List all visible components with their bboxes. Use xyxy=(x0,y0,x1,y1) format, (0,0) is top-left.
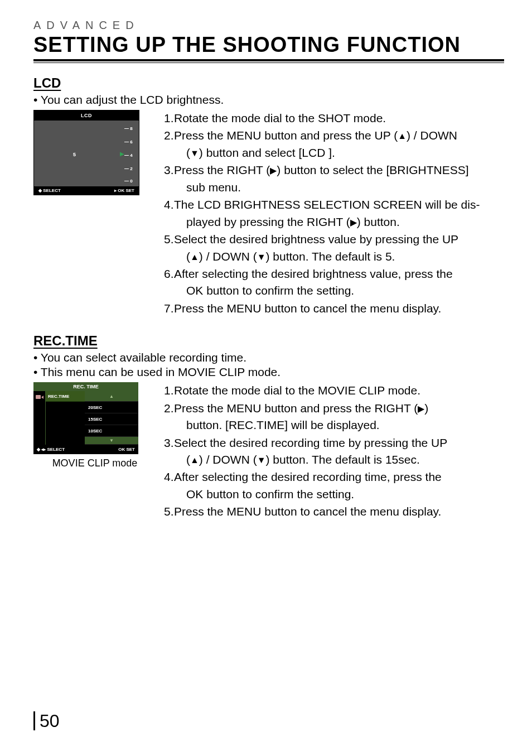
rec-s2a: Press the MENU button and press the RIGH… xyxy=(174,402,418,415)
rec-ss-blank xyxy=(33,402,46,413)
lcd-s4a: The LCD BRIGHTNESS SELECTION SCREEN will… xyxy=(174,198,480,211)
rec-ss-camera-icon xyxy=(33,391,46,402)
rec-s3b: ( xyxy=(186,453,190,466)
lcd-s5d: ) button. The default is 5. xyxy=(266,250,395,263)
rec-b1-text: You can select available recording time. xyxy=(41,351,246,364)
rec-s3a: Select the desired recording time by pre… xyxy=(174,436,447,449)
lcd-s4b: played by pressing the RIGHT ( xyxy=(186,215,350,228)
lcd-step-7: 7.Press the MENU button to cancel the me… xyxy=(164,300,504,317)
scale-8: 8 xyxy=(130,126,132,131)
rec-step-4: 4. After selecting the desired recording… xyxy=(164,469,504,503)
lcd-step-1: 1.Rotate the mode dial to the SHOT mode. xyxy=(164,110,504,127)
lcd-screenshot: LCD 5 ▶ 8 6 4 2 0 ◆ SELECT ▸ OK SET xyxy=(33,110,139,195)
lcd-s3a: Press the RIGHT ( xyxy=(174,163,270,176)
lcd-step1-text: Rotate the mode dial to the SHOT mode. xyxy=(174,110,504,127)
rec-b2-text: This menu can be used in MOVIE CLIP mode… xyxy=(41,365,280,378)
rec-s4b: OK button to confirm the setting. xyxy=(174,486,504,503)
lcd-s4c: ) button. xyxy=(357,215,400,228)
rec-ss-blank xyxy=(33,425,46,437)
lcd-step-5: 5. Select the desired brightness value b… xyxy=(164,231,504,265)
section-label: ADVANCED xyxy=(33,19,504,32)
lcd-s7: Press the MENU button to cancel the menu… xyxy=(174,300,504,317)
rec-ss-row3: 10SEC xyxy=(33,425,138,437)
scale-4: 4 xyxy=(130,153,132,158)
camera-icon xyxy=(36,394,43,399)
rec-steps: 1. Rotate the mode dial to the MOVIE CLI… xyxy=(164,382,504,521)
down-triangle-icon: ▼ xyxy=(257,251,266,263)
rec-ss-footer: ◆ ◂▸ SELECT OK SET xyxy=(33,445,138,454)
rec-step-2: 2. Press the MENU button and press the R… xyxy=(164,400,504,434)
up-triangle-icon: ▲ xyxy=(190,251,199,263)
rec-ss-row-arrow: ▼ xyxy=(33,437,138,445)
lcd-s2c: ( xyxy=(186,146,190,159)
lcd-foot-left: ◆ SELECT xyxy=(38,188,61,193)
rec-ss-blank xyxy=(46,425,85,437)
down-arrow-icon: ▼ xyxy=(85,437,138,445)
lcd-foot-left-txt: SELECT xyxy=(43,188,61,193)
lcd-s5a: Select the desired brightness value by p… xyxy=(174,233,458,245)
lcd-ss-value: 5 xyxy=(73,152,76,157)
lcd-ss-title: LCD xyxy=(34,110,139,121)
lcd-s3c: sub menu. xyxy=(174,179,504,196)
rec-foot-left: ◆ ◂▸ SELECT xyxy=(37,447,65,452)
rec-ss-blank xyxy=(33,437,46,445)
rec-caption: MOVIE CLIP mode xyxy=(33,458,156,469)
rec-step-3: 3. Select the desired recording time by … xyxy=(164,435,504,469)
rec-s2b: ) xyxy=(424,402,428,415)
rec-s1: Rotate the mode dial to the MOVIE CLIP m… xyxy=(174,384,420,397)
lcd-s3b: ) button to select the [BRIGHTNESS] xyxy=(277,163,468,176)
lcd-foot-right: ▸ OK SET xyxy=(114,188,134,193)
rec-ss-row1: 20SEC xyxy=(33,402,138,413)
title-rule-thick xyxy=(33,59,504,61)
rec-ss-opt2: 15SEC xyxy=(85,413,138,425)
rec-foot-left-txt: SELECT xyxy=(47,447,65,452)
scale-0: 0 xyxy=(130,179,132,184)
lcd-ss-footer: ◆ SELECT ▸ OK SET xyxy=(34,186,139,195)
rec-ss-row2: 15SEC xyxy=(33,413,138,425)
rec-ss-title: REC. TIME xyxy=(33,382,138,391)
rec-ss-tab: REC.TIME xyxy=(46,391,85,402)
lcd-s6b: OK button to confirm the setting. xyxy=(174,282,504,299)
lcd-s2d: ) button and select [LCD ]. xyxy=(199,146,335,159)
rec-s5: Press the MENU button to cancel the menu… xyxy=(174,505,441,518)
rec-step-1: 1. Rotate the mode dial to the MOVIE CLI… xyxy=(164,382,504,399)
lcd-step-2: 2. Press the MENU button and press the U… xyxy=(164,127,504,161)
rec-ss-tabrow: REC.TIME ▲ xyxy=(33,391,138,402)
up-triangle-icon: ▲ xyxy=(190,454,199,466)
rec-s2c: button. [REC.TIME] will be displayed. xyxy=(174,417,504,434)
scale-6: 6 xyxy=(130,139,132,145)
lcd-heading: LCD xyxy=(33,75,504,91)
up-arrow-icon: ▲ xyxy=(85,391,138,402)
lcd-bullet: • You can adjust the LCD brightness. xyxy=(33,93,504,107)
title-rule-thin xyxy=(33,62,504,63)
rec-ss-blank xyxy=(46,402,85,413)
scale-2: 2 xyxy=(130,166,132,171)
lcd-step-3: 3. Press the RIGHT (▶) button to select … xyxy=(164,162,504,196)
lcd-step-4: 4. The LCD BRIGHTNESS SELECTION SCREEN w… xyxy=(164,196,504,230)
rec-s3d: ) button. The default is 15sec. xyxy=(266,453,420,466)
right-triangle-icon: ▶ xyxy=(418,402,424,415)
lcd-s6a: After selecting the desired brightness v… xyxy=(174,267,453,280)
lcd-bullet-text: You can adjust the LCD brightness. xyxy=(41,93,224,106)
right-triangle-icon: ▶ xyxy=(350,216,357,229)
rec-ss-opt3: 10SEC xyxy=(85,425,138,437)
rec-bullet-2: • This menu can be used in MOVIE CLIP mo… xyxy=(33,365,504,379)
lcd-ss-scale: 8 6 4 2 0 xyxy=(124,125,134,182)
rec-foot-right: OK SET xyxy=(118,447,135,452)
rec-s3c: ) / DOWN ( xyxy=(199,453,257,466)
page-number: 50 xyxy=(33,711,60,731)
lcd-foot-right-txt: OK SET xyxy=(118,188,134,193)
page-title: SETTING UP THE SHOOTING FUNCTION xyxy=(33,33,504,57)
rec-screenshot: REC. TIME REC.TIME ▲ 20SEC 15SEC xyxy=(33,382,138,454)
rec-heading: REC.TIME xyxy=(33,333,504,349)
down-triangle-icon: ▼ xyxy=(190,147,199,160)
rec-bullet-1: • You can select available recording tim… xyxy=(33,351,504,364)
rec-ss-blank xyxy=(33,413,46,425)
up-triangle-icon: ▲ xyxy=(398,129,407,142)
right-triangle-icon: ▶ xyxy=(270,164,277,177)
rec-s4a: After selecting the desired recording ti… xyxy=(174,470,442,483)
lcd-s2b: ) / DOWN xyxy=(407,129,457,142)
lcd-s5c: ) / DOWN ( xyxy=(199,250,257,263)
rec-ss-opt1: 20SEC xyxy=(85,402,138,413)
lcd-step-6: 6. After selecting the desired brightnes… xyxy=(164,266,504,300)
